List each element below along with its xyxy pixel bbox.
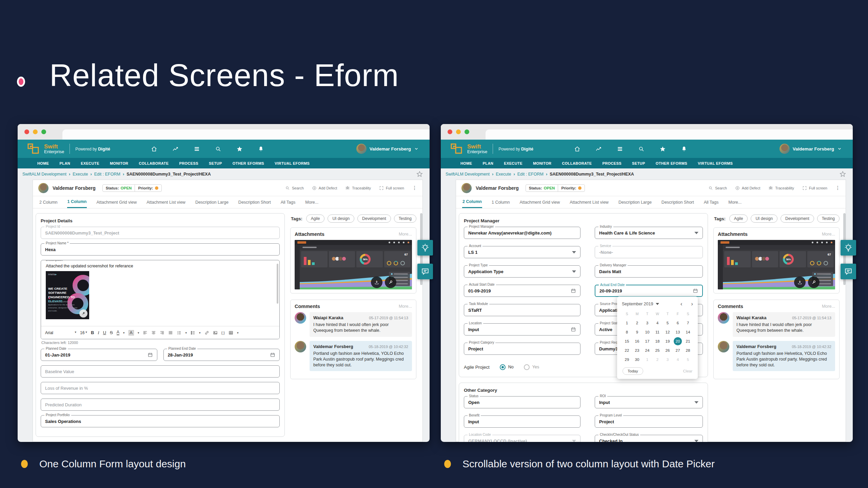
feedback-button[interactable]	[417, 264, 433, 279]
home-icon[interactable]	[151, 146, 157, 152]
nav-execute[interactable]: EXECUTE	[504, 161, 522, 165]
datepicker-day[interactable]: 2	[652, 355, 663, 364]
breadcrumb-link[interactable]: SwiftALM Development	[22, 172, 66, 177]
nav-monitor[interactable]: MONITOR	[110, 161, 129, 165]
nav-setup[interactable]: SETUP	[632, 161, 645, 165]
fullscreen-button[interactable]: Full screen	[802, 186, 827, 190]
align-right-icon[interactable]	[160, 330, 164, 335]
strikethrough-button[interactable]: S	[110, 330, 113, 335]
image-icon[interactable]	[213, 330, 218, 335]
planned-date-field[interactable]: Planned Date01-Jan-2019	[41, 349, 157, 361]
datepicker-day[interactable]: 6	[673, 318, 683, 327]
home-icon[interactable]	[574, 146, 580, 152]
project-type-select[interactable]: Project TypeApplication Type	[464, 265, 580, 278]
project-category-field[interactable]: Project CategoryProject	[464, 343, 580, 355]
search-button[interactable]: Search	[708, 186, 727, 190]
breadcrumb-link[interactable]: Execute	[73, 172, 88, 177]
tag-chip[interactable]: Agile	[306, 215, 325, 223]
datepicker-day[interactable]: 17	[642, 337, 652, 346]
datepicker-day[interactable]: 25	[652, 346, 663, 355]
datepicker-day[interactable]: 27	[673, 346, 683, 355]
tag-chip[interactable]: Agile	[729, 215, 748, 223]
nav-virtual-eforms[interactable]: VIRTUAL EFORMS	[275, 161, 310, 165]
planned-end-date-field[interactable]: Planned End Date28-Jan-2019	[163, 349, 280, 361]
table-icon[interactable]	[229, 330, 233, 335]
tab-attachment-grid[interactable]: Attachment Grid view	[519, 197, 560, 208]
datepicker-day[interactable]: 11	[652, 327, 663, 337]
datepicker-day[interactable]: 19	[663, 337, 673, 346]
minimize-window-button[interactable]	[456, 129, 461, 134]
bold-button[interactable]: B	[91, 330, 94, 335]
datepicker-day[interactable]: 12	[663, 327, 673, 337]
highlight-color-button[interactable]: A	[129, 330, 134, 336]
datepicker-day[interactable]: 21	[683, 337, 693, 346]
overflow-menu-icon[interactable]: ⋮	[835, 187, 840, 189]
menu-icon[interactable]	[194, 146, 200, 152]
tag-chip[interactable]: UI design	[328, 215, 354, 223]
nav-other-eforms[interactable]: OTHER EFORMS	[656, 161, 687, 165]
fullscreen-button[interactable]: Full screen	[379, 186, 404, 190]
tab-1-column[interactable]: 1 Column	[67, 196, 87, 208]
datepicker-day[interactable]: 22	[622, 346, 632, 355]
download-icon[interactable]	[371, 277, 382, 288]
checkin-checkout-select[interactable]: CheckIn/CheckOut StatusChecked In	[595, 435, 703, 442]
overflow-menu-icon[interactable]: ⋮	[412, 187, 417, 189]
industry-select[interactable]: IndustryHealth Care & Life Science	[595, 227, 703, 239]
add-defect-button[interactable]: Add Defect	[735, 186, 760, 190]
datepicker-day[interactable]: 23	[632, 346, 642, 355]
align-left-icon[interactable]	[143, 330, 147, 335]
add-defect-button[interactable]: Add Defect	[312, 186, 337, 190]
download-icon[interactable]	[794, 277, 806, 288]
next-month-button[interactable]: ›	[691, 301, 693, 307]
align-justify-icon[interactable]	[168, 330, 173, 335]
today-button[interactable]: Today	[623, 367, 643, 375]
nav-home[interactable]: HOME	[37, 161, 49, 165]
italic-button[interactable]: I	[98, 330, 99, 336]
calendar-icon[interactable]	[571, 327, 576, 332]
breadcrumb-link[interactable]: Execute	[496, 172, 511, 177]
tab-description-large[interactable]: Description Large	[618, 197, 652, 208]
attachment-thumbnail[interactable]: 56% 67	[718, 240, 835, 289]
datepicker-day[interactable]: 29	[622, 355, 632, 364]
calendar-icon[interactable]	[693, 288, 698, 293]
datepicker-day[interactable]: 26	[663, 346, 673, 355]
calendar-icon[interactable]	[270, 352, 275, 358]
datepicker-day[interactable]: 10	[642, 327, 652, 337]
calendar-icon[interactable]	[147, 352, 153, 358]
datepicker-day[interactable]: 24	[642, 346, 652, 355]
menu-icon[interactable]	[617, 146, 623, 152]
numbered-list-icon[interactable]	[191, 330, 195, 335]
comments-more-link[interactable]: More...	[822, 304, 835, 309]
tag-chip[interactable]: UI design	[751, 215, 777, 223]
tab-all-tags[interactable]: All Tags	[704, 197, 719, 208]
predicted-duration-field[interactable]: Predicted Duration	[41, 399, 280, 411]
datepicker-day[interactable]: 16	[632, 337, 642, 346]
reports-icon[interactable]	[172, 146, 179, 152]
nav-setup[interactable]: SETUP	[209, 161, 222, 165]
benefit-field[interactable]: BenefitInput	[464, 415, 580, 428]
tab-attachment-list[interactable]: Attachment List view	[146, 197, 186, 208]
datepicker-day[interactable]: 28	[683, 346, 693, 355]
favorite-star-icon[interactable]	[416, 171, 423, 177]
nav-process[interactable]: PROCESS	[602, 161, 622, 165]
notifications-icon[interactable]	[258, 146, 264, 152]
description-field[interactable]: Description Attached the updated screens…	[41, 260, 280, 339]
datepicker-day[interactable]: 3	[663, 355, 673, 364]
nav-virtual-eforms[interactable]: VIRTUAL EFORMS	[698, 161, 733, 165]
agile-no-radio[interactable]: No	[500, 364, 514, 370]
tab-attachment-list[interactable]: Attachment List view	[569, 197, 609, 208]
nav-monitor[interactable]: MONITOR	[533, 161, 552, 165]
font-family-select[interactable]: Arial▾	[45, 330, 76, 335]
tab-2-column[interactable]: 2 Column	[462, 196, 482, 208]
pin-icon[interactable]	[808, 277, 820, 288]
bullet-list-icon[interactable]	[177, 330, 181, 335]
datepicker-day[interactable]: 13	[673, 327, 683, 337]
tab-description-short[interactable]: Description Short	[238, 197, 271, 208]
search-button[interactable]: Search	[285, 186, 304, 190]
datepicker-day[interactable]: 15	[622, 337, 632, 346]
nav-home[interactable]: HOME	[460, 161, 472, 165]
location-field[interactable]: LocationInput	[464, 323, 580, 336]
datepicker-day[interactable]: 4	[652, 318, 663, 327]
tab-description-short[interactable]: Description Short	[661, 197, 694, 208]
datepicker-day[interactable]: 18	[652, 337, 663, 346]
